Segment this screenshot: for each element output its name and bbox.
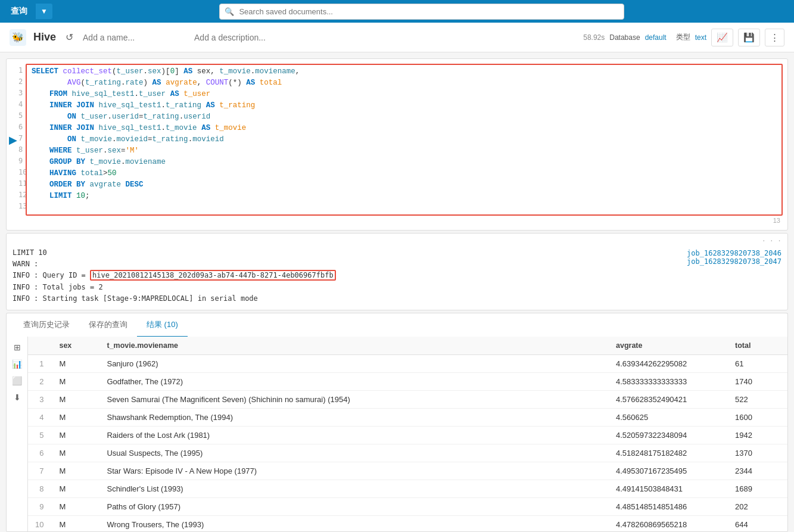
copy-icon[interactable]: ⬜ — [11, 375, 23, 387]
cell-total: 1689 — [728, 480, 787, 498]
cell-total: 61 — [728, 355, 787, 373]
cell-avgrate: 4.520597322348094 — [609, 427, 728, 444]
log-area: · · · job_1628329820738_2046 job_1628329… — [6, 233, 788, 310]
cell-movie: Paths of Glory (1957) — [99, 498, 609, 516]
table-row: 7 M Star Wars: Episode IV - A New Hope (… — [28, 462, 787, 480]
execution-time: 58.92s — [583, 33, 605, 42]
log-line-stage: INFO : Starting task [Stage-9:MAPREDLOCA… — [13, 293, 781, 304]
cell-avgrate: 4.49141503848431 — [609, 480, 728, 498]
cell-sex: M — [52, 516, 99, 533]
cell-sex: M — [52, 498, 99, 516]
cell-avgrate: 4.639344262295082 — [609, 355, 728, 373]
search-input[interactable] — [219, 4, 624, 20]
chart-button[interactable]: 📈 — [711, 29, 733, 46]
results-tabs: 查询历史记录 保存的查询 结果 (10) — [6, 313, 788, 337]
col-header-sex: sex — [52, 337, 99, 355]
log-line-jobs: INFO : Total jobs = 2 — [13, 282, 781, 293]
cell-movie: Shawshank Redemption, The (1994) — [99, 409, 609, 427]
cell-avgrate: 4.583333333333333 — [609, 373, 728, 391]
more-options-button[interactable]: ⋮ — [765, 29, 784, 46]
log-footer: · · · — [13, 307, 781, 310]
table-row: 1 M Sanjuro (1962) 4.639344262295082 61 — [28, 355, 787, 373]
grid-icon[interactable]: ⊞ — [13, 341, 22, 353]
database-value: default — [645, 33, 667, 42]
top-bar: 查询 ▼ 🔍 — [0, 0, 794, 23]
cell-avgrate: 4.560625 — [609, 409, 728, 427]
cell-movie: Sanjuro (1962) — [99, 355, 609, 373]
log-collapse-icon[interactable]: · · · — [762, 237, 781, 245]
table-row: 4 M Shawshank Redemption, The (1994) 4.5… — [28, 409, 787, 427]
cell-total: 644 — [728, 516, 787, 533]
log-line-warn: WARN : — [13, 259, 781, 270]
doc-header-right: 58.92s Database default 类型 text 📈 💾 ⋮ — [583, 29, 784, 46]
log-line-query-id: INFO : Query ID = hive_20210812145138_20… — [13, 270, 781, 281]
query-dropdown[interactable]: ▼ — [36, 4, 52, 19]
cell-num: 9 — [28, 498, 52, 516]
cell-num: 10 — [28, 516, 52, 533]
cell-sex: M — [52, 444, 99, 462]
log-expand-icon[interactable]: · · · — [387, 307, 407, 310]
cell-sex: M — [52, 409, 99, 427]
cell-movie: Wrong Trousers, The (1993) — [99, 516, 609, 533]
table-row: 5 M Raiders of the Lost Ark (1981) 4.520… — [28, 427, 787, 444]
cell-total: 1600 — [728, 409, 787, 427]
cell-total: 522 — [728, 391, 787, 409]
cell-sex: M — [52, 391, 99, 409]
cell-num: 7 — [28, 462, 52, 480]
cell-avgrate: 4.478260869565218 — [609, 516, 728, 533]
history-button[interactable]: ↺ — [63, 29, 76, 45]
editor-bottom-bar: 13 — [7, 216, 787, 225]
save-button[interactable]: 💾 — [738, 29, 760, 46]
log-line-limit: LIMIT 10 — [13, 247, 781, 259]
query-button[interactable]: 查询 — [5, 4, 33, 19]
cell-movie: Godfather, The (1972) — [99, 373, 609, 391]
table-row: 6 M Usual Suspects, The (1995) 4.5182481… — [28, 444, 787, 462]
cell-num: 3 — [28, 391, 52, 409]
results-table-wrap: ⊞ 📊 ⬜ ⬇ sex t_movie.moviename avgrate to… — [6, 337, 788, 532]
tab-history[interactable]: 查询历史记录 — [14, 313, 79, 337]
cell-num: 5 — [28, 427, 52, 444]
tab-saved[interactable]: 保存的查询 — [79, 313, 137, 337]
cell-movie: Seven Samurai (The Magnificent Seven) (S… — [99, 391, 609, 409]
editor-area: ▶ 12345 678910 111213 SELECT collect_set… — [6, 58, 788, 231]
chart-small-icon[interactable]: 📊 — [11, 358, 23, 370]
col-header-avgrate: avgrate — [609, 337, 728, 355]
search-icon: 🔍 — [225, 7, 234, 16]
log-job-links: job_1628329820738_2046 job_1628329820738… — [687, 249, 781, 266]
cell-movie: Schindler's List (1993) — [99, 480, 609, 498]
job-link-1[interactable]: job_1628329820738_2046 — [687, 249, 781, 257]
results-tbody: 1 M Sanjuro (1962) 4.639344262295082 61 … — [28, 355, 787, 533]
run-button[interactable]: ▶ — [9, 133, 17, 147]
col-header-total: total — [728, 337, 787, 355]
cell-sex: M — [52, 480, 99, 498]
doc-desc-input[interactable] — [194, 33, 298, 42]
cell-total: 1370 — [728, 444, 787, 462]
query-id-highlight: hive_20210812145138_202d09a3-ab74-447b-8… — [90, 270, 336, 281]
table-header: sex t_movie.moviename avgrate total — [28, 337, 787, 355]
cell-total: 1942 — [728, 427, 787, 444]
col-header-num — [28, 337, 52, 355]
doc-name-input[interactable] — [83, 33, 187, 42]
database-label: Database — [609, 33, 640, 42]
cell-total: 2344 — [728, 462, 787, 480]
cursor-position: 13 — [773, 217, 780, 224]
type-label: 类型 — [676, 32, 690, 42]
tab-results[interactable]: 结果 (10) — [137, 313, 188, 337]
cell-movie: Usual Suspects, The (1995) — [99, 444, 609, 462]
cell-avgrate: 4.576628352490421 — [609, 391, 728, 409]
job-link-2[interactable]: job_1628329820738_2047 — [687, 257, 781, 266]
cell-sex: M — [52, 462, 99, 480]
doc-header: 🐝 Hive ↺ 58.92s Database default 类型 text… — [0, 23, 794, 52]
cell-num: 1 — [28, 355, 52, 373]
code-editor[interactable]: SELECT collect_set(t_user.sex)[0] AS sex… — [26, 64, 783, 216]
table-row: 9 M Paths of Glory (1957) 4.485148514851… — [28, 498, 787, 516]
cell-sex: M — [52, 373, 99, 391]
cell-num: 8 — [28, 480, 52, 498]
doc-title: Hive — [33, 31, 56, 43]
main-content: ▶ 12345 678910 111213 SELECT collect_set… — [0, 52, 794, 532]
download-icon[interactable]: ⬇ — [13, 391, 22, 403]
cell-movie: Star Wars: Episode IV - A New Hope (1977… — [99, 462, 609, 480]
cell-avgrate: 4.495307167235495 — [609, 462, 728, 480]
search-bar-container: 🔍 — [219, 4, 624, 20]
cell-total: 1740 — [728, 373, 787, 391]
